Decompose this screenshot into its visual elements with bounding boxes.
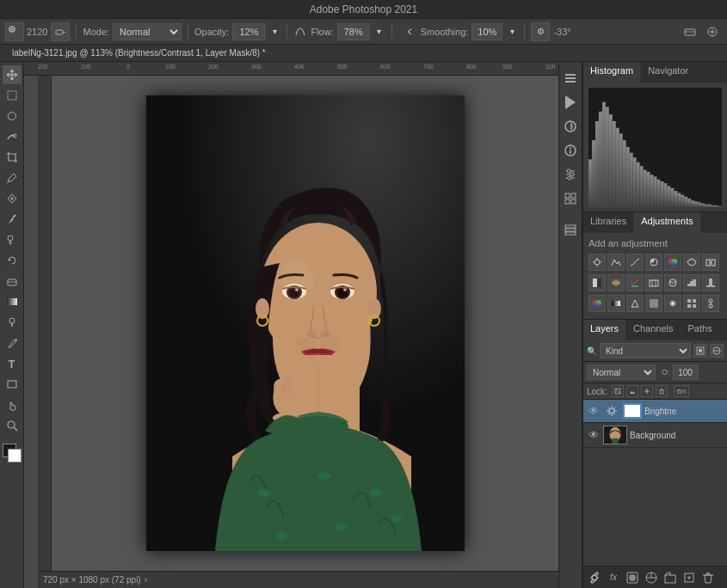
healing-tool[interactable] (3, 189, 22, 208)
arrange-icon[interactable] (561, 189, 580, 208)
adj-solid-color[interactable] (645, 295, 662, 312)
flow-input[interactable] (337, 23, 370, 40)
adj-color-balance[interactable] (702, 254, 719, 271)
lock-all-icon[interactable] (674, 385, 689, 397)
color-icon[interactable] (561, 117, 580, 136)
info-icon[interactable] (561, 141, 580, 160)
tab-channels[interactable]: Channels (626, 320, 681, 340)
adj-black-white[interactable] (588, 274, 606, 291)
opacity-input[interactable] (232, 23, 265, 40)
adj-threshold[interactable] (702, 274, 719, 291)
layer-visibility-background[interactable]: 👁 (587, 428, 601, 442)
canvas-area[interactable]: 200 100 0 100 200 300 400 500 600 700 80… (24, 62, 558, 588)
marquee-tool[interactable] (3, 86, 22, 105)
adj-color-lookup[interactable] (645, 274, 662, 291)
zoom-tool[interactable] (3, 416, 22, 435)
adj-pattern[interactable] (683, 295, 700, 312)
blend-mode-select[interactable]: Normal (587, 364, 656, 380)
lasso-tool[interactable] (3, 107, 22, 126)
tab-adjustments[interactable]: Adjustments (634, 212, 701, 233)
gradient-tool[interactable] (3, 292, 22, 311)
link-layers-btn[interactable] (587, 570, 602, 585)
adj-photo-filter[interactable] (607, 274, 625, 291)
tab-paths[interactable]: Paths (681, 320, 720, 340)
smoothing-dropdown[interactable]: ▾ (506, 22, 518, 41)
adj-curves[interactable] (626, 254, 644, 271)
adjust-icon[interactable] (561, 165, 580, 184)
lock-transparent-icon[interactable] (612, 385, 624, 397)
extra-icon-2[interactable] (703, 22, 722, 41)
airbrush-icon[interactable] (51, 22, 70, 41)
hand-tool[interactable] (3, 395, 22, 414)
flow-icon[interactable] (293, 22, 307, 41)
lock-artboard-icon[interactable] (641, 385, 653, 397)
filter-pixel-icon[interactable] (693, 344, 707, 358)
adj-channel-mixer[interactable] (626, 274, 644, 291)
tab-layers[interactable]: Layers (583, 320, 626, 340)
delete-layer-btn[interactable] (700, 570, 716, 585)
lock-position-icon[interactable] (656, 385, 668, 397)
adj-invert[interactable] (664, 274, 681, 291)
layer-thumb-background (603, 426, 627, 444)
add-mask-btn[interactable] (625, 570, 640, 585)
angle-icon[interactable] (398, 22, 417, 41)
pen-tool[interactable] (3, 334, 22, 352)
smoothing-input[interactable] (471, 23, 502, 40)
brush-tool-left[interactable] (3, 210, 22, 229)
history-brush-tool[interactable] (3, 251, 22, 270)
settings-icon[interactable]: ⚙ (531, 22, 550, 41)
new-layer-btn[interactable] (681, 570, 697, 585)
mode-select[interactable]: Normal (113, 23, 182, 40)
layers-kind-select[interactable]: Kind (600, 343, 691, 358)
adj-selective-color[interactable] (588, 295, 606, 312)
lock-image-icon[interactable] (626, 385, 638, 397)
adj-brightness-2[interactable] (626, 295, 644, 312)
new-group-btn[interactable] (662, 570, 678, 585)
separator-4 (391, 24, 392, 40)
layer-item-background[interactable]: 👁 Background (583, 423, 727, 448)
flow-dropdown[interactable]: ▾ (373, 22, 385, 41)
svg-point-18 (9, 318, 15, 323)
shape-tool[interactable] (3, 375, 22, 394)
dodge-tool[interactable] (3, 313, 22, 332)
layer-visibility-brightness[interactable]: 👁 (587, 404, 601, 418)
layers-icon-sidebar[interactable] (561, 220, 580, 239)
properties-icon[interactable] (561, 69, 580, 88)
extra-icon-1[interactable] (681, 22, 699, 41)
layers-content: 🔍 Kind Normal (583, 340, 727, 588)
layer-mask-thumb (623, 403, 642, 419)
adj-vibrance[interactable] (664, 254, 681, 271)
crop-tool[interactable] (3, 148, 22, 167)
fx-btn[interactable]: fx (606, 570, 621, 585)
text-tool[interactable]: T (3, 354, 22, 373)
document-tab[interactable]: labelNg-3121.jpg @ 113% (Brightness/Cont… (7, 46, 271, 59)
quick-select-tool[interactable] (3, 127, 22, 146)
play-icon[interactable] (561, 93, 580, 112)
canvas-content[interactable] (38, 76, 558, 571)
status-text: 720 px × 1080 px (72 ppi) (43, 575, 141, 585)
svg-line-11 (7, 181, 9, 183)
new-adjustment-btn[interactable] (644, 570, 659, 585)
layer-item-brightness[interactable]: 👁 (583, 400, 727, 423)
eraser-tool[interactable] (3, 272, 22, 291)
svg-rect-147 (616, 389, 618, 391)
tab-libraries[interactable]: Libraries (583, 212, 634, 233)
adj-gradient-fill[interactable] (664, 295, 681, 312)
adj-brightness[interactable] (588, 254, 606, 271)
opacity-dropdown[interactable]: ▾ (268, 22, 280, 41)
adj-hue-sat[interactable] (683, 254, 700, 271)
clone-stamp-tool[interactable] (3, 230, 22, 249)
opacity-value-input[interactable] (673, 364, 699, 380)
move-tool[interactable] (3, 65, 22, 84)
adj-posterize[interactable] (683, 274, 700, 291)
filter-adjust-icon[interactable] (710, 344, 724, 358)
adj-extra[interactable] (702, 295, 719, 312)
adj-levels[interactable] (607, 254, 625, 271)
tab-histogram[interactable]: Histogram (583, 62, 641, 83)
adj-gradient-map[interactable] (607, 295, 625, 312)
brush-tool-icon[interactable] (5, 22, 24, 41)
eyedropper-tool[interactable] (3, 168, 22, 187)
tab-navigator[interactable]: Navigator (641, 62, 696, 83)
adj-exposure[interactable] (645, 254, 662, 271)
fg-color[interactable] (3, 444, 22, 462)
